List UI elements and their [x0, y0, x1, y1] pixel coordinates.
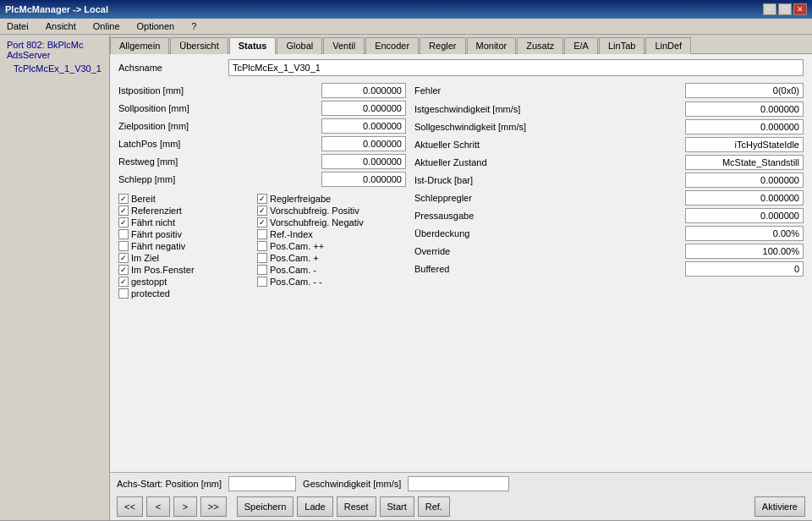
tab-zusatz[interactable]: Zusatz [517, 37, 563, 54]
checkbox-item[interactable]: protected [118, 288, 254, 299]
btn-lade[interactable]: Lade [297, 496, 332, 517]
right-field-row: Aktueller Zustand [414, 155, 804, 170]
right-field-value[interactable] [685, 244, 804, 259]
checkbox-item[interactable]: Bereit [118, 194, 254, 204]
right-field-value[interactable] [685, 137, 804, 152]
btn-prev-prev[interactable]: << [117, 496, 143, 517]
achs-start-label: Achs-Start: Position [mm] [117, 479, 222, 489]
checkbox-item[interactable]: gestoppt [118, 277, 254, 287]
achs-start-geschwindigkeit[interactable] [408, 476, 509, 491]
schlepp-label: Schlepp [mm] [118, 174, 321, 184]
checkbox-item[interactable]: Pos.Cam. + [257, 253, 406, 263]
checkbox-item[interactable]: Ref.-Index [257, 229, 406, 239]
tab-ea[interactable]: E/A [564, 37, 598, 54]
menu-ansicht[interactable]: Ansicht [42, 20, 80, 32]
right-field-label: Schleppregler [414, 193, 685, 203]
menu-datei[interactable]: Datei [3, 20, 32, 32]
checkbox-item[interactable]: Reglerfreigabe [257, 194, 406, 204]
latchpos-label: LatchPos [mm] [118, 139, 321, 149]
tab-monitor[interactable]: Monitor [467, 37, 517, 54]
right-field-value[interactable] [685, 173, 804, 188]
close-button[interactable]: ✕ [793, 3, 807, 15]
geschwindigkeit-label: Geschwindigkeit [mm/s] [303, 479, 401, 489]
btn-next[interactable]: > [173, 496, 197, 517]
btn-start[interactable]: Start [380, 496, 414, 517]
checkbox-item[interactable]: Pos.Cam. - [257, 265, 406, 275]
tab-encoder[interactable]: Encoder [365, 37, 419, 54]
right-field-label: Istgeschwindigkeit [mm/s] [414, 104, 685, 114]
tab-status[interactable]: Status [229, 37, 277, 54]
tab-ventil[interactable]: Ventil [323, 37, 365, 54]
fehler-value[interactable] [685, 83, 804, 98]
checkbox-item[interactable]: Fährt negativ [118, 241, 254, 251]
tab-lindef[interactable]: LinDef [645, 37, 691, 54]
checkbox-item[interactable]: Vorschubfreig. Negativ [257, 217, 406, 228]
right-field-label: Override [414, 246, 685, 256]
right-field-label: Sollgeschwindigkeit [mm/s] [414, 122, 685, 132]
menu-help[interactable]: ? [188, 20, 200, 32]
menu-optionen[interactable]: Optionen [134, 20, 178, 32]
tab-allgemein[interactable]: Allgemein [110, 37, 169, 54]
checkbox-item[interactable]: Fährt nicht [118, 217, 254, 228]
maximize-button[interactable]: □ [778, 3, 792, 15]
right-field-row: Schleppregler [414, 190, 804, 206]
tab-lintab[interactable]: LinTab [599, 37, 645, 54]
istposition-label: Istposition [mm] [118, 85, 321, 96]
right-field-label: Buffered [414, 264, 685, 274]
btn-ref[interactable]: Ref. [418, 496, 450, 517]
tab-global[interactable]: Global [277, 37, 322, 54]
achsname-label: Achsname [118, 63, 228, 73]
restweg-value[interactable] [321, 154, 406, 169]
schlepp-value[interactable] [321, 172, 406, 187]
menu-online[interactable]: Online [90, 20, 123, 32]
btn-prev[interactable]: < [146, 496, 170, 517]
right-field-row: Istgeschwindigkeit [mm/s] [414, 101, 804, 117]
restweg-label: Restweg [mm] [118, 156, 321, 167]
tab-regler[interactable]: Regler [420, 37, 465, 54]
zielposition-value[interactable] [321, 118, 406, 134]
right-field-value[interactable] [685, 261, 804, 277]
fehler-label: Fehler [414, 85, 685, 96]
tab-ubersicht[interactable]: Übersicht [170, 37, 228, 54]
checkbox-item[interactable]: Im Pos.Fenster [118, 265, 254, 275]
achs-start-position[interactable] [228, 476, 296, 491]
checkbox-item[interactable]: Im Ziel [118, 253, 254, 263]
checkbox-item[interactable] [257, 288, 406, 299]
sollposition-value[interactable] [321, 101, 406, 116]
right-field-row: Überdeckung [414, 226, 804, 241]
sidebar-item-server[interactable]: Port 802: BkPlcMc AdsServer [3, 38, 106, 62]
title-bar-text: PlcMcManager -> Local [5, 4, 108, 14]
right-field-label: Aktueller Zustand [414, 157, 685, 167]
tab-bar: Allgemein Übersicht Status Global Ventil… [110, 35, 812, 54]
sidebar-item-axis[interactable]: TcPlcMcEx_1_V30_1 [3, 62, 106, 75]
checkbox-item[interactable]: Pos.Cam. ++ [257, 241, 406, 251]
right-field-label: Aktueller Schritt [414, 140, 685, 150]
right-field-row: Aktueller Schritt [414, 137, 804, 152]
checkbox-item[interactable]: Vorschubfreig. Positiv [257, 206, 406, 216]
right-field-value[interactable] [685, 155, 804, 170]
minimize-button[interactable]: − [763, 3, 776, 15]
right-field-row: Ist-Druck [bar] [414, 173, 804, 188]
btn-next-next[interactable]: >> [200, 496, 227, 517]
right-field-label: Ist-Druck [bar] [414, 175, 685, 185]
latchpos-value[interactable] [321, 136, 406, 151]
right-field-value[interactable] [685, 190, 804, 206]
istposition-value[interactable] [321, 83, 406, 98]
btn-aktiviere[interactable]: Aktiviere [754, 496, 805, 517]
btn-speichern[interactable]: Speichern [237, 496, 294, 517]
right-field-value[interactable] [685, 208, 804, 223]
right-field-value[interactable] [685, 101, 804, 117]
right-field-label: Überdeckung [414, 228, 685, 239]
right-field-label: Pressausgabe [414, 211, 685, 221]
right-field-value[interactable] [685, 226, 804, 241]
title-bar: PlcMcManager -> Local − □ ✕ [0, 0, 812, 19]
right-field-value[interactable] [685, 119, 804, 134]
achsname-input[interactable] [228, 59, 804, 76]
right-field-row: Buffered [414, 261, 804, 277]
checkbox-item[interactable]: Referenziert [118, 206, 254, 216]
checkbox-item[interactable]: Fährt positiv [118, 229, 254, 239]
sidebar: Port 802: BkPlcMc AdsServer TcPlcMcEx_1_… [0, 35, 110, 520]
checkbox-item[interactable]: Pos.Cam. - - [257, 277, 406, 287]
btn-reset[interactable]: Reset [337, 496, 376, 517]
right-field-row: Pressausgabe [414, 208, 804, 223]
